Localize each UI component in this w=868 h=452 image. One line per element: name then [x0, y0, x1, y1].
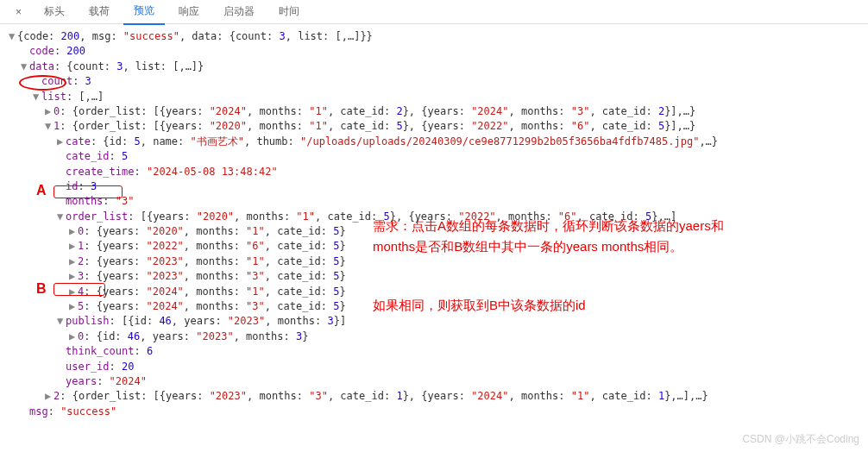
tab-timing[interactable]: 时间 [268, 0, 310, 24]
json-years[interactable]: years: "2024" [9, 374, 868, 389]
annotation-box-b [53, 283, 105, 296]
collapse-icon[interactable]: ▶ [69, 224, 78, 239]
tab-headers[interactable]: 标头 [34, 0, 75, 24]
json-root[interactable]: ▼{code: 200, msg: "success", data: {coun… [9, 29, 868, 44]
watermark: CSDN @小跳不会Coding [742, 432, 859, 447]
expand-icon[interactable]: ▼ [33, 90, 41, 104]
json-months[interactable]: months: "3" [9, 194, 868, 209]
close-icon[interactable]: × [7, 3, 30, 22]
collapse-icon[interactable]: ▶ [69, 330, 78, 344]
expand-icon[interactable]: ▼ [9, 29, 17, 44]
tab-response[interactable]: 响应 [168, 0, 210, 24]
json-cate-id[interactable]: cate_id: 5 [9, 149, 868, 164]
json-user-id[interactable]: user_id: 20 [9, 360, 868, 374]
devtools-tabs: × 标头 载荷 预览 响应 启动器 时间 [0, 0, 868, 24]
annotation-text-1: 需求：点击A数组的每条数据时，循环判断该条数据的yaers和 months是否和… [373, 216, 724, 257]
tab-initiator[interactable]: 启动器 [213, 0, 265, 24]
tab-preview[interactable]: 预览 [123, 0, 165, 25]
json-publish[interactable]: ▼publish: [{id: 46, years: "2023", month… [9, 314, 868, 329]
json-think-count[interactable]: think_count: 6 [9, 344, 868, 359]
expand-icon[interactable]: ▼ [21, 60, 29, 74]
collapse-icon[interactable]: ▶ [69, 239, 78, 254]
expand-icon[interactable]: ▼ [57, 314, 66, 329]
json-msg[interactable]: msg: "success" [9, 405, 868, 419]
collapse-icon[interactable]: ▶ [69, 254, 78, 269]
json-count[interactable]: count: 3 [9, 74, 868, 89]
list-item[interactable]: ▶0: {order_list: [{years: "2024", months… [9, 104, 868, 119]
annotation-box-a [53, 185, 123, 198]
collapse-icon[interactable]: ▶ [45, 104, 53, 119]
json-create-time[interactable]: create_time: "2024-05-08 13:48:42" [9, 165, 868, 179]
collapse-icon[interactable]: ▶ [45, 389, 53, 404]
collapse-icon[interactable]: ▶ [57, 135, 66, 149]
json-cate[interactable]: ▶cate: {id: 5, name: "书画艺术", thumb: "/up… [9, 135, 868, 149]
annotation-label-a: A [36, 183, 47, 198]
list-item[interactable]: ▶2: {order_list: [{years: "2023", months… [9, 389, 868, 404]
list-item[interactable]: ▶0: {id: 46, years: "2023", months: 3} [9, 330, 868, 344]
list-item[interactable]: ▼1: {order_list: [{years: "2020", months… [9, 119, 868, 134]
annotation-circle-list [19, 75, 66, 91]
collapse-icon[interactable]: ▶ [69, 299, 78, 314]
annotation-text-2: 如果相同，则获取到B中该条数据的id [373, 295, 586, 316]
list-item[interactable]: ▶3: {years: "2023", months: "3", cate_id… [9, 269, 868, 284]
expand-icon[interactable]: ▼ [57, 210, 66, 224]
tab-payload[interactable]: 载荷 [79, 0, 120, 24]
json-id[interactable]: id: 3 [9, 179, 868, 194]
json-code[interactable]: code: 200 [9, 44, 868, 59]
json-data[interactable]: ▼data: {count: 3, list: [,…]} [9, 60, 868, 74]
expand-icon[interactable]: ▼ [45, 119, 53, 134]
json-list[interactable]: ▼list: [,…] [9, 90, 868, 104]
annotation-label-b: B [36, 281, 47, 297]
